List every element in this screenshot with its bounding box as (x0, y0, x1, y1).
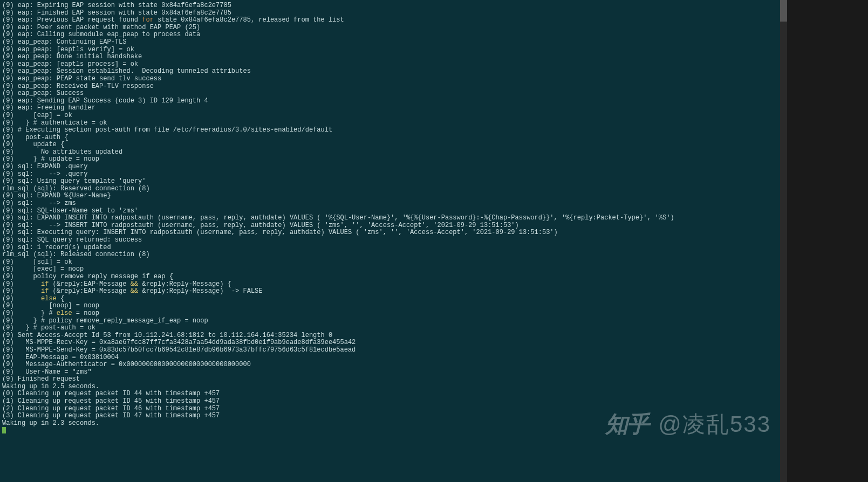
log-line: (9) eap: Calling submodule eap_peap to p… (2, 31, 778, 39)
log-line: (9) eap_peap: Success (2, 90, 778, 98)
log-line: (9) [sql] = ok (2, 259, 778, 266)
log-line: (9) No attributes updated (2, 149, 778, 156)
log-line: (9) eap: Previous EAP request found for … (2, 17, 778, 24)
log-line: (0) Cleaning up request packet ID 44 wit… (2, 390, 778, 398)
log-line: (9) Message-Authenticator = 0x0000000000… (2, 361, 778, 369)
right-dark-panel (780, 0, 868, 482)
log-line: (9) eap_peap: Session established. Decod… (2, 68, 778, 75)
scrollbar-track[interactable] (780, 0, 787, 482)
log-line: (9) policy remove_reply_message_if_eap { (2, 273, 778, 281)
log-line: Waking up in 2.5 seconds. (2, 383, 778, 391)
log-line: (9) MS-MPPE-Send-Key = 0x83dc57b50fcc7b6… (2, 347, 778, 354)
watermark-text: @凌乱533 (658, 421, 771, 428)
log-line: (9) } # authenticate = ok (2, 120, 778, 127)
log-line: (9) # Executing section post-auth from f… (2, 127, 778, 134)
log-line: (9) else { (2, 295, 778, 303)
log-line: (9) eap: Peer sent packet with method EA… (2, 24, 778, 32)
log-line: (9) eap: Finished EAP session with state… (2, 10, 778, 17)
log-line: (9) sql: EXPAND .query (2, 163, 778, 171)
log-line: (9) sql: 1 record(s) updated (2, 244, 778, 252)
log-line: (9) sql: --> INSERT INTO radpostauth (us… (2, 222, 778, 230)
log-line: (9) sql: SQL-User-Name set to 'zms' (2, 208, 778, 215)
log-line: (9) sql: EXPAND INSERT INTO radpostauth … (2, 215, 778, 222)
log-line: (9) if (&reply:EAP-Message && &reply:Rep… (2, 288, 778, 295)
log-line: (1) Cleaning up request packet ID 45 wit… (2, 398, 778, 405)
log-line: (9) [eap] = ok (2, 112, 778, 120)
log-line: (9) eap_peap: [eaptls process] = ok (2, 61, 778, 68)
log-line: (9) if (&reply:EAP-Message && &reply:Rep… (2, 281, 778, 288)
zhihu-logo-icon: 知乎 (605, 421, 648, 428)
watermark: 知乎 @凌乱533 (605, 421, 771, 428)
log-line: (9) eap: Expiring EAP session with state… (2, 2, 778, 10)
log-line: (9) post-auth { (2, 134, 778, 142)
log-line: (9) Finished request (2, 376, 778, 383)
log-line: (9) eap_peap: Done initial handshake (2, 53, 778, 61)
log-line: (9) eap_peap: PEAP state send tlv succes… (2, 75, 778, 83)
log-line: (9) sql: --> zms (2, 200, 778, 208)
log-line: (9) eap_peap: Continuing EAP-TLS (2, 39, 778, 46)
terminal-output[interactable]: (9) eap: Expiring EAP session with state… (0, 0, 780, 482)
log-line: (9) sql: Using query template 'query' (2, 178, 778, 185)
log-line: (9) sql: --> .query (2, 171, 778, 178)
log-line: (9) [exec] = noop (2, 266, 778, 273)
log-line: (9) eap_peap: [eaptls verify] = ok (2, 46, 778, 54)
log-line: (9) sql: Executing query: INSERT INTO ra… (2, 229, 778, 237)
log-line: (9) update { (2, 141, 778, 149)
log-lines: (9) eap: Expiring EAP session with state… (2, 2, 778, 427)
log-line: (9) } # policy remove_reply_message_if_e… (2, 318, 778, 325)
log-line: rlm_sql (sql): Reserved connection (8) (2, 185, 778, 193)
log-line: (9) eap: Sending EAP Success (code 3) ID… (2, 98, 778, 105)
log-line: (9) [noop] = noop (2, 302, 778, 310)
log-line: (9) MS-MPPE-Recv-Key = 0xa8ae67fcc87ff7c… (2, 339, 778, 347)
log-line: (9) Sent Access-Accept Id 53 from 10.112… (2, 332, 778, 340)
scrollbar-thumb[interactable] (780, 0, 787, 22)
log-line: (9) eap: Freeing handler (2, 105, 778, 112)
log-line: rlm_sql (sql): Released connection (8) (2, 251, 778, 259)
log-line: (9) } # update = noop (2, 156, 778, 163)
log-line: (9) User-Name = "zms" (2, 369, 778, 376)
cursor-icon (2, 427, 6, 433)
log-line: (9) eap_peap: Received EAP-TLV response (2, 83, 778, 91)
log-line: (9) sql: SQL query returned: success (2, 237, 778, 244)
log-line: (9) } # post-auth = ok (2, 325, 778, 332)
log-line: (9) } # else = noop (2, 310, 778, 318)
log-line: (9) EAP-Message = 0x03810004 (2, 354, 778, 362)
log-line: (9) sql: EXPAND %{User-Name} (2, 192, 778, 200)
